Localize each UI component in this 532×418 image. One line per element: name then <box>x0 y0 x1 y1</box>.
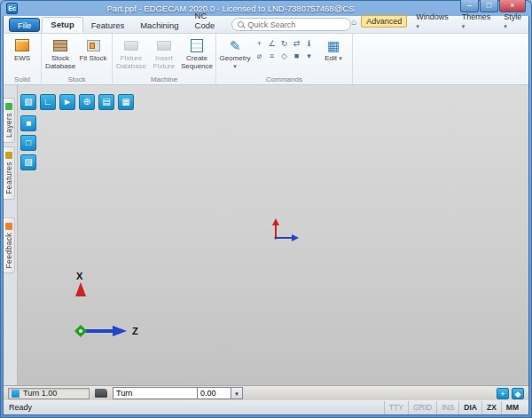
sidebar-tab-feedback[interactable]: Feedback <box>4 217 15 274</box>
diameter-icon[interactable]: ⌀ <box>254 51 265 62</box>
edit-button[interactable]: ▦ Edit ▾ <box>317 35 349 63</box>
pencil-icon: ✎ <box>230 39 241 52</box>
insert-fixture-icon <box>157 41 171 51</box>
angle-icon[interactable]: ∠ <box>266 38 278 50</box>
point-icon[interactable]: ◇ <box>278 51 290 62</box>
canvas-toolbar-horizontal: ▧ ∟ ► ⊕ ▤ ▦ <box>20 94 134 110</box>
minimize-button[interactable]: – <box>460 0 479 12</box>
cpl-dropdown-button[interactable]: ▾ <box>231 387 243 399</box>
chevron-down-icon: ▾ <box>233 63 237 69</box>
lathe-mode-icon[interactable] <box>95 389 107 398</box>
axes-toggle-icon[interactable]: + <box>497 388 509 399</box>
cpl-name-input[interactable] <box>113 387 198 399</box>
cpl-status-icon <box>12 390 20 398</box>
input-bar: Turn 1.00 ▾ + ◆ <box>4 385 528 400</box>
toggle-dia[interactable]: DIA <box>458 401 481 414</box>
maximize-button[interactable]: □ <box>480 0 498 12</box>
toggle-zx[interactable]: ZX <box>481 401 501 414</box>
geometry-button[interactable]: ✎ Geometry ▾ <box>219 35 251 70</box>
swap-icon[interactable]: ⇄ <box>291 38 302 50</box>
sidebar-tab-features[interactable]: Features <box>4 146 15 200</box>
edit-grid-icon: ▦ <box>327 39 340 52</box>
rotate-icon[interactable]: ↻ <box>278 38 290 50</box>
fill-icon[interactable]: ■ <box>291 51 302 62</box>
group-label-commands: Commands <box>219 75 349 84</box>
ribbon-spacer <box>353 34 528 84</box>
chevron-down-icon: ▾ <box>504 23 507 29</box>
ribbon-group-solid: EWS Solid <box>4 34 42 84</box>
features-icon <box>5 152 12 159</box>
ribbon-group-commands: ✎ Geometry ▾ + ∠ ↻ ⇄ ℹ ⌀ ≡ ◇ ■ ▾ <box>216 34 353 84</box>
toggle-mm[interactable]: MM <box>501 401 523 414</box>
canvas-toolbar-vertical: ■ □ ▨ <box>20 115 36 170</box>
create-sequence-icon <box>191 39 203 52</box>
axis-x-label: X <box>76 271 83 281</box>
fit-stock-label: Fit Stock <box>79 55 106 63</box>
cpl-status-text: Turn 1.00 <box>23 389 57 398</box>
fixture-database-button[interactable]: Fixture Database <box>115 35 147 70</box>
feedback-tab-label: Feedback <box>4 233 13 269</box>
cpl-angle-input[interactable] <box>198 387 231 399</box>
geometry-label: Geometry <box>219 54 250 62</box>
insert-fixture-label: Insert Fixture <box>148 55 180 70</box>
toggle-grid[interactable]: GRID <box>408 401 436 414</box>
view-cube-icon[interactable]: ▧ <box>20 94 36 110</box>
advanced-mode-button[interactable]: Advanced <box>361 15 407 28</box>
list-icon[interactable]: ≡ <box>266 51 278 62</box>
fit-stock-icon <box>87 40 100 51</box>
stock-database-button[interactable]: Stock Database <box>44 35 76 70</box>
fixture-database-icon <box>124 41 138 51</box>
tab-features[interactable]: Features <box>83 19 133 33</box>
features-tab-label: Features <box>4 162 13 194</box>
origin-toggle-icon[interactable]: ◆ <box>512 388 524 399</box>
zoom-window-icon[interactable]: ⊕ <box>79 94 95 110</box>
toggle-tty[interactable]: TTY <box>384 401 408 414</box>
ribbon-setup-panel: EWS Solid Stock Database Fit Stock St <box>4 34 528 85</box>
ews-label: EWS <box>14 55 30 63</box>
layers-icon <box>5 103 12 110</box>
move-icon[interactable]: + <box>254 38 265 50</box>
create-sequence-button[interactable]: Create Sequence <box>181 35 213 70</box>
info-icon[interactable]: ℹ <box>303 38 315 50</box>
translucent-view-icon[interactable]: ▨ <box>20 154 36 170</box>
quick-search-box[interactable] <box>231 18 351 31</box>
commands-icon-grid: + ∠ ↻ ⇄ ℹ ⌀ ≡ ◇ ■ ▾ <box>254 38 315 62</box>
search-input[interactable] <box>247 20 345 29</box>
layers-tab-label: Layers <box>4 113 13 138</box>
more-icon[interactable]: ▾ <box>303 51 315 62</box>
tab-machining[interactable]: Machining <box>132 19 186 33</box>
axis-z-label: Z <box>132 326 138 336</box>
chevron-down-icon: ▾ <box>416 23 419 29</box>
feature-browser-icon[interactable]: ▦ <box>118 94 134 110</box>
ribbon-group-stock: Stock Database Fit Stock Stock <box>42 34 113 84</box>
stock-database-icon <box>53 40 67 51</box>
home-icon[interactable]: ⌂ <box>351 17 356 27</box>
ews-button[interactable]: EWS <box>6 35 38 63</box>
simulate-icon[interactable]: ► <box>59 94 75 110</box>
ribbon-tab-row: File Setup Features Machining NC Code ⌂ … <box>4 16 528 34</box>
window-title: Part.ppf - EDGECAM 2020.0 - Licensed to … <box>3 4 458 13</box>
sidebar-tab-layers[interactable]: Layers <box>4 98 15 143</box>
graphics-canvas[interactable]: ▧ ∟ ► ⊕ ▤ ▦ ■ □ ▨ <box>17 85 528 385</box>
toggle-ins[interactable]: INS <box>436 401 458 414</box>
fixture-database-label: Fixture Database <box>115 55 147 70</box>
sequence-browser-icon[interactable]: ▤ <box>98 94 114 110</box>
insert-fixture-button[interactable]: Insert Fixture <box>148 35 180 70</box>
cpl-combobox: ▾ <box>113 387 243 399</box>
left-panel-tabs: Layers Features Feedback <box>4 85 17 385</box>
stock-database-label: Stock Database <box>44 55 76 70</box>
fit-stock-button[interactable]: Fit Stock <box>77 35 109 63</box>
cpl-axis-triad: X Z <box>58 270 155 351</box>
cpl-axes-icon[interactable]: ∟ <box>40 94 56 110</box>
ews-solid-icon <box>15 39 29 51</box>
feedback-icon <box>5 223 12 230</box>
tab-setup[interactable]: Setup <box>42 17 82 33</box>
cpl-status-panel[interactable]: Turn 1.00 <box>8 388 90 399</box>
app-window: Ec Part.ppf - EDGECAM 2020.0 - Licensed … <box>0 0 532 418</box>
close-button[interactable]: × <box>499 0 526 12</box>
file-menu-button[interactable]: File <box>9 18 40 32</box>
shaded-view-icon[interactable]: ■ <box>20 115 36 131</box>
wireframe-view-icon[interactable]: □ <box>20 135 36 151</box>
chevron-down-icon: ▾ <box>339 55 342 61</box>
chevron-down-icon: ▾ <box>462 23 466 29</box>
